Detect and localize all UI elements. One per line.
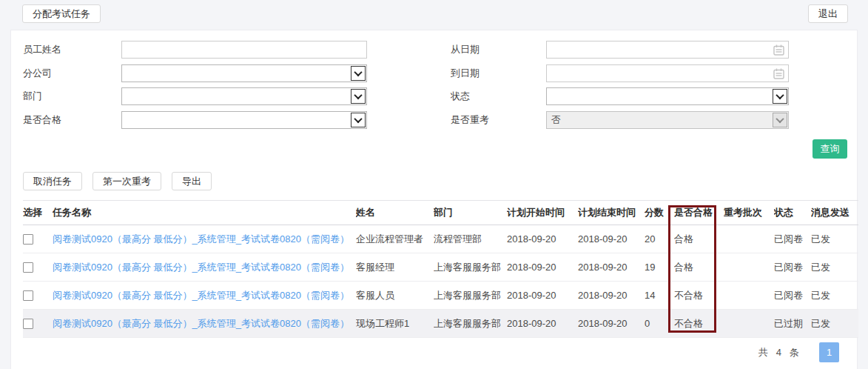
column-header: 是否合格 — [674, 201, 724, 225]
chevron-down-icon[interactable] — [351, 89, 366, 104]
cell-score: 14 — [645, 282, 674, 310]
branch-label: 分公司 — [23, 67, 121, 80]
cell-pass: 不合格 — [674, 282, 724, 310]
from-date-input[interactable] — [546, 41, 789, 59]
employee-name-label: 员工姓名 — [23, 43, 121, 56]
to-date-input[interactable] — [546, 64, 789, 82]
logout-button[interactable]: 退出 — [808, 4, 848, 23]
page-button-1[interactable]: 1 — [819, 342, 839, 362]
total-prefix: 共 — [758, 346, 768, 359]
cell-employee-name: 客服经理 — [356, 253, 434, 282]
cell-plan-end: 2018-09-20 — [578, 310, 645, 338]
column-header: 姓名 — [356, 201, 434, 225]
cell-retake-batch — [724, 310, 774, 338]
to-date-label: 到日期 — [451, 67, 546, 80]
pagination: 共 4 条 1 — [758, 342, 839, 362]
column-header: 部门 — [434, 201, 507, 225]
first-retake-button[interactable]: 第一次重考 — [92, 172, 161, 190]
cell-employee-name: 企业流程管理者 — [356, 225, 434, 253]
results-table: 选择任务名称姓名部门计划开始时间计划结束时间分数是否合格重考批次状态消息发送 阅… — [23, 200, 858, 338]
task-name-link[interactable]: 阅卷测试0920（最高分 最低分）_系统管理_考试试卷0820（需阅卷） — [53, 262, 349, 273]
toolbar: 取消任务 第一次重考 导出 — [23, 172, 212, 190]
department-select[interactable] — [121, 87, 367, 105]
cell-score: 20 — [645, 225, 674, 253]
filter-row-status: 状态 — [451, 87, 789, 105]
search-button[interactable]: 查询 — [813, 139, 847, 159]
filter-row-from-date: 从日期 — [451, 41, 789, 59]
task-name-link[interactable]: 阅卷测试0920（最高分 最低分）_系统管理_考试试卷0820（需阅卷） — [53, 233, 349, 245]
status-select[interactable] — [546, 87, 789, 105]
assign-exam-task-button[interactable]: 分配考试任务 — [22, 4, 101, 23]
cell-plan-start: 2018-09-20 — [507, 310, 578, 338]
column-header: 计划开始时间 — [507, 201, 578, 225]
cell-message-sent: 已发 — [811, 310, 858, 338]
cell-status: 已阅卷 — [774, 253, 811, 282]
retake-label: 是否重考 — [451, 113, 546, 127]
table-row: 阅卷测试0920（最高分 最低分）_系统管理_考试试卷0820（需阅卷） 现场工… — [23, 310, 858, 338]
cell-status: 已阅卷 — [774, 282, 811, 310]
total-count: 4 — [776, 347, 781, 358]
filter-row-to-date: 到日期 — [451, 64, 789, 82]
pass-label: 是否合格 — [23, 113, 121, 127]
export-button[interactable]: 导出 — [172, 172, 212, 190]
cell-plan-end: 2018-09-20 — [578, 282, 645, 310]
cell-plan-start: 2018-09-20 — [507, 225, 578, 253]
cell-status: 已阅卷 — [774, 225, 811, 253]
filter-row-employee-name: 员工姓名 — [23, 41, 367, 59]
cell-department: 上海客服服务部 — [434, 282, 507, 310]
cell-plan-end: 2018-09-20 — [578, 225, 645, 253]
row-checkbox[interactable] — [23, 290, 33, 301]
department-label: 部门 — [23, 90, 121, 103]
cell-pass: 合格 — [674, 225, 724, 253]
column-header: 分数 — [645, 201, 674, 225]
cell-pass: 不合格 — [674, 310, 724, 338]
cell-retake-batch — [724, 282, 774, 310]
filter-row-pass: 是否合格 — [23, 111, 367, 129]
cell-department: 上海客服服务部 — [434, 310, 507, 338]
column-header: 重考批次 — [724, 201, 774, 225]
task-name-link[interactable]: 阅卷测试0920（最高分 最低分）_系统管理_考试试卷0820（需阅卷） — [53, 318, 349, 329]
cell-retake-batch — [724, 225, 774, 253]
employee-name-input[interactable] — [121, 41, 367, 59]
chevron-down-icon[interactable] — [773, 89, 787, 104]
cell-plan-start: 2018-09-20 — [507, 253, 578, 282]
filter-row-branch: 分公司 — [23, 64, 367, 82]
table-header-row: 选择任务名称姓名部门计划开始时间计划结束时间分数是否合格重考批次状态消息发送 — [23, 201, 858, 225]
row-checkbox[interactable] — [23, 319, 33, 329]
pass-select[interactable] — [121, 111, 367, 129]
cell-message-sent: 已发 — [811, 282, 858, 310]
from-date-label: 从日期 — [451, 43, 546, 56]
cell-message-sent: 已发 — [811, 253, 858, 282]
cell-plan-start: 2018-09-20 — [507, 282, 578, 310]
column-header: 计划结束时间 — [578, 201, 645, 225]
cell-message-sent: 已发 — [811, 225, 858, 253]
chevron-down-icon[interactable] — [351, 113, 366, 127]
cell-pass: 合格 — [674, 253, 724, 282]
column-header: 选择 — [23, 201, 53, 225]
calendar-icon — [773, 44, 784, 56]
retake-select[interactable]: 否 — [546, 111, 789, 129]
cell-score: 19 — [645, 253, 674, 282]
cell-department: 流程管理部 — [434, 225, 507, 253]
column-header: 状态 — [774, 201, 811, 225]
cell-department: 上海客服服务部 — [434, 253, 507, 282]
table-row: 阅卷测试0920（最高分 最低分）_系统管理_考试试卷0820（需阅卷） 客服人… — [23, 282, 858, 310]
row-checkbox[interactable] — [23, 234, 33, 245]
cancel-task-button[interactable]: 取消任务 — [23, 172, 82, 190]
total-suffix: 条 — [790, 346, 799, 359]
chevron-down-icon[interactable] — [351, 66, 366, 81]
column-header: 任务名称 — [53, 201, 356, 225]
main-panel: 员工姓名 分公司 部门 是否合格 从日期 — [10, 30, 858, 369]
cell-score: 0 — [645, 310, 674, 338]
filter-row-department: 部门 — [23, 87, 367, 105]
cell-employee-name: 现场工程师1 — [356, 310, 434, 338]
cell-plan-end: 2018-09-20 — [578, 253, 645, 282]
table-row: 阅卷测试0920（最高分 最低分）_系统管理_考试试卷0820（需阅卷） 企业流… — [23, 225, 858, 253]
filter-row-retake: 是否重考 否 — [451, 111, 789, 129]
status-label: 状态 — [451, 90, 546, 103]
row-checkbox[interactable] — [23, 262, 33, 273]
branch-select[interactable] — [121, 64, 367, 82]
retake-select-value: 否 — [551, 113, 561, 127]
calendar-icon — [773, 68, 784, 79]
task-name-link[interactable]: 阅卷测试0920（最高分 最低分）_系统管理_考试试卷0820（需阅卷） — [53, 290, 349, 301]
